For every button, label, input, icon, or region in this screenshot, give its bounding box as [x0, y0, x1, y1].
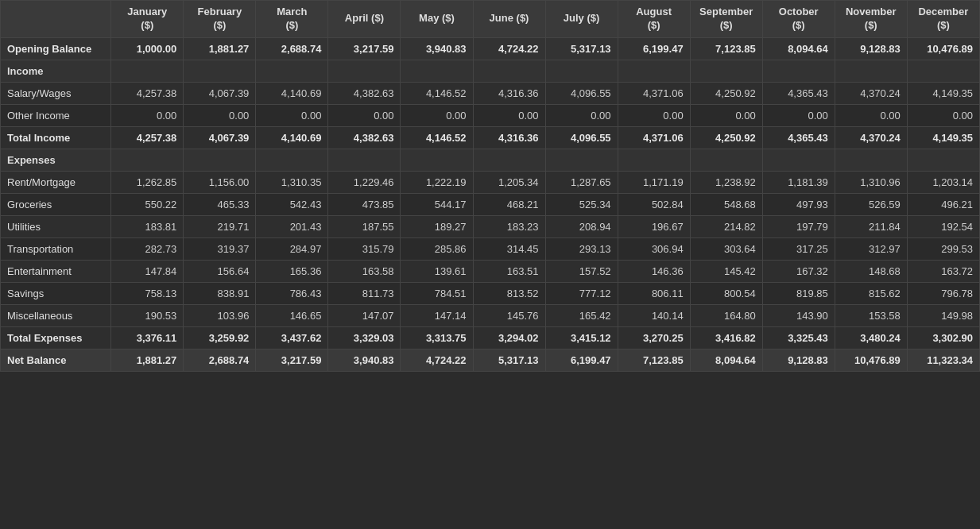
col-mar: March($): [256, 1, 328, 38]
cell-value: 811.73: [328, 282, 401, 304]
cell-value: 4,724.22: [401, 349, 473, 371]
empty-cell: [835, 149, 907, 171]
cell-value: 548.68: [690, 193, 762, 215]
cell-value: 0.00: [907, 104, 979, 126]
cell-value: 3,302.90: [907, 326, 979, 349]
cell-value: 10,476.89: [835, 349, 907, 371]
total-expenses-label: Total Expenses: [1, 326, 111, 349]
cell-value: 784.51: [401, 282, 473, 304]
cell-value: 11,323.34: [907, 349, 979, 371]
empty-cell: [907, 60, 979, 82]
cell-value: 4,250.92: [690, 126, 762, 149]
cell-value: 4,316.36: [473, 126, 545, 149]
cell-value: 777.12: [545, 282, 618, 304]
cell-value: 157.52: [545, 260, 618, 282]
cell-value: 3,940.83: [328, 349, 401, 371]
cell-value: 758.13: [111, 282, 184, 304]
cell-value: 3,325.43: [762, 326, 835, 349]
cell-value: 4,067.39: [184, 126, 256, 149]
empty-cell: [545, 149, 618, 171]
cell-value: 1,310.35: [256, 171, 328, 193]
cell-value: 167.32: [762, 260, 835, 282]
cell-value: 165.42: [545, 304, 618, 326]
cell-value: 1,238.92: [690, 171, 762, 193]
cell-value: 4,149.35: [907, 82, 979, 104]
cell-value: 190.53: [111, 304, 184, 326]
cell-value: 147.07: [328, 304, 401, 326]
cell-value: 496.21: [907, 193, 979, 215]
cell-value: 4,257.38: [111, 82, 184, 104]
expense-row-label: Entertainment: [1, 260, 111, 282]
cell-value: 285.86: [401, 237, 473, 260]
cell-value: 815.62: [835, 282, 907, 304]
col-jul: July ($): [545, 1, 618, 38]
expense-row-1: Groceries 550.22465.33542.43473.85544.17…: [1, 193, 980, 215]
cell-value: 3,313.75: [401, 326, 473, 349]
cell-value: 146.65: [256, 304, 328, 326]
cell-value: 0.00: [111, 104, 184, 126]
cell-value: 800.54: [690, 282, 762, 304]
cell-value: 4,257.38: [111, 126, 184, 149]
cell-value: 7,123.85: [690, 37, 762, 60]
cell-value: 163.51: [473, 260, 545, 282]
cell-value: 145.42: [690, 260, 762, 282]
cell-value: 3,259.92: [184, 326, 256, 349]
cell-value: 303.64: [690, 237, 762, 260]
empty-cell: [690, 149, 762, 171]
cell-value: 208.94: [545, 215, 618, 237]
cell-value: 4,146.52: [401, 82, 473, 104]
expense-row-label: Transportation: [1, 237, 111, 260]
cell-value: 219.71: [184, 215, 256, 237]
cell-value: 502.84: [618, 193, 690, 215]
cell-value: 3,329.03: [328, 326, 401, 349]
cell-value: 3,217.59: [256, 349, 328, 371]
empty-cell: [473, 60, 545, 82]
cell-value: 1,262.85: [111, 171, 184, 193]
cell-value: 197.79: [762, 215, 835, 237]
cell-value: 147.84: [111, 260, 184, 282]
cell-value: 1,229.46: [328, 171, 401, 193]
col-feb: February($): [184, 1, 256, 38]
expense-row-label: Utilities: [1, 215, 111, 237]
total-expenses-row: Total Expenses 3,376.113,259.923,437.623…: [1, 326, 980, 349]
col-oct: October($): [762, 1, 835, 38]
cell-value: 8,094.64: [762, 37, 835, 60]
cell-value: 317.25: [762, 237, 835, 260]
income-row-0: Salary/Wages 4,257.384,067.394,140.694,3…: [1, 82, 980, 104]
empty-cell: [184, 60, 256, 82]
cell-value: 4,316.36: [473, 82, 545, 104]
expense-row-5: Savings 758.13838.91786.43811.73784.5181…: [1, 282, 980, 304]
empty-cell: [328, 149, 401, 171]
cell-value: 0.00: [545, 104, 618, 126]
cell-value: 2,688.74: [184, 349, 256, 371]
cell-value: 0.00: [184, 104, 256, 126]
total-income-row: Total Income 4,257.384,067.394,140.694,3…: [1, 126, 980, 149]
empty-cell: [835, 60, 907, 82]
col-sep: September($): [690, 1, 762, 38]
cell-value: 201.43: [256, 215, 328, 237]
col-dec: December($): [907, 1, 979, 38]
cell-value: 0.00: [256, 104, 328, 126]
empty-cell: [184, 149, 256, 171]
income-row-1: Other Income 0.000.000.000.000.000.000.0…: [1, 104, 980, 126]
col-may: May ($): [401, 1, 473, 38]
cell-value: 7,123.85: [618, 349, 690, 371]
cell-value: 1,287.65: [545, 171, 618, 193]
cell-value: 156.64: [184, 260, 256, 282]
expense-row-3: Transportation 282.73319.37284.97315.792…: [1, 237, 980, 260]
cell-value: 10,476.89: [907, 37, 979, 60]
income-row-label: Salary/Wages: [1, 82, 111, 104]
cell-value: 319.37: [184, 237, 256, 260]
cell-value: 0.00: [690, 104, 762, 126]
cell-value: 183.23: [473, 215, 545, 237]
cell-value: 465.33: [184, 193, 256, 215]
cell-value: 196.67: [618, 215, 690, 237]
cell-value: 189.27: [401, 215, 473, 237]
cell-value: 6,199.47: [545, 349, 618, 371]
cell-value: 315.79: [328, 237, 401, 260]
empty-cell: [256, 149, 328, 171]
empty-cell: [111, 60, 184, 82]
empty-cell: [690, 60, 762, 82]
cell-value: 282.73: [111, 237, 184, 260]
cell-value: 164.80: [690, 304, 762, 326]
